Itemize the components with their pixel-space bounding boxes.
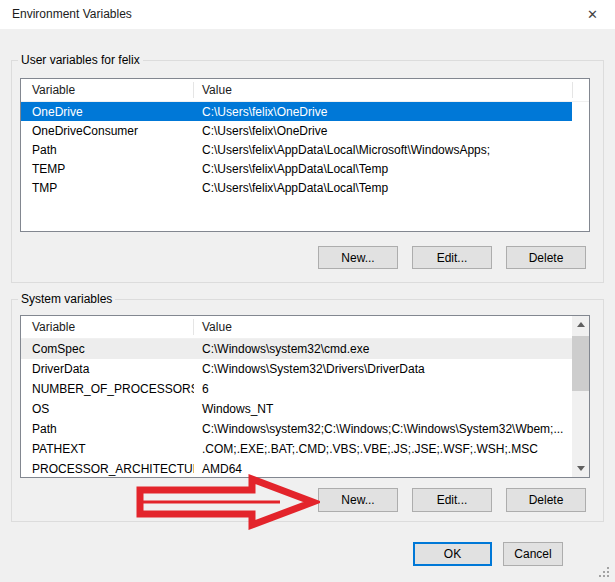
close-icon: ✕ <box>587 7 598 22</box>
window-title: Environment Variables <box>12 7 132 21</box>
table-row[interactable]: NUMBER_OF_PROCESSORS 6 <box>21 379 572 399</box>
system-new-button[interactable]: New... <box>318 488 398 512</box>
value-cell: C:\Users\felix\AppData\Local\Microsoft\W… <box>194 143 572 157</box>
ok-button[interactable]: OK <box>413 542 492 566</box>
system-table-header: Variable Value <box>21 316 589 339</box>
red-arrow-annotation-icon <box>130 472 320 534</box>
variable-cell: ComSpec <box>21 342 194 356</box>
variable-cell: OneDrive <box>21 105 194 119</box>
variable-cell: Path <box>21 143 194 157</box>
system-edit-button[interactable]: Edit... <box>412 488 492 512</box>
value-cell: C:\Users\felix\AppData\Local\Temp <box>194 162 572 176</box>
variable-cell: DriverData <box>21 362 194 376</box>
value-cell: C:\Users\felix\OneDrive <box>194 105 572 119</box>
table-row[interactable]: OneDriveConsumer C:\Users\felix\OneDrive <box>21 121 572 140</box>
table-row[interactable]: ComSpec C:\Windows\system32\cmd.exe <box>21 339 572 359</box>
user-edit-button[interactable]: Edit... <box>412 246 492 269</box>
triangle-down-icon <box>577 466 585 471</box>
variable-cell: NUMBER_OF_PROCESSORS <box>21 382 194 396</box>
value-cell: 6 <box>194 382 572 396</box>
close-button[interactable]: ✕ <box>570 0 615 29</box>
scroll-up-button[interactable] <box>572 316 589 333</box>
table-row[interactable]: DriverData C:\Windows\System32\Drivers\D… <box>21 359 572 379</box>
user-delete-button[interactable]: Delete <box>506 246 586 269</box>
variable-cell: TMP <box>21 181 194 195</box>
variable-cell: TEMP <box>21 162 194 176</box>
variable-cell: Path <box>21 422 194 436</box>
user-table-header: Variable Value <box>21 79 589 102</box>
user-variables-label: User variables for felix <box>18 53 143 67</box>
system-table-rows: ComSpec C:\Windows\system32\cmd.exe Driv… <box>21 339 589 477</box>
value-cell: C:\Windows\System32\Drivers\DriverData <box>194 362 572 376</box>
user-table-rows: OneDrive C:\Users\felix\OneDrive OneDriv… <box>21 102 589 231</box>
value-cell: Windows_NT <box>194 402 572 416</box>
cancel-button[interactable]: Cancel <box>503 542 563 566</box>
table-row[interactable]: Path C:\Users\felix\AppData\Local\Micros… <box>21 140 572 159</box>
resize-grip[interactable] <box>597 565 610 578</box>
variable-cell: OS <box>21 402 194 416</box>
system-variables-table[interactable]: Variable Value ComSpec C:\Windows\system… <box>20 315 590 478</box>
value-cell: C:\Windows\system32\cmd.exe <box>194 342 572 356</box>
vertical-scrollbar[interactable] <box>572 316 589 477</box>
system-variables-label: System variables <box>18 292 115 306</box>
system-delete-button[interactable]: Delete <box>506 488 586 512</box>
value-cell: C:\Windows\system32;C:\Windows;C:\Window… <box>194 422 572 436</box>
title-bar: Environment Variables ✕ <box>0 0 615 29</box>
table-row[interactable]: Path C:\Windows\system32;C:\Windows;C:\W… <box>21 419 572 439</box>
value-cell: .COM;.EXE;.BAT;.CMD;.VBS;.VBE;.JS;.JSE;.… <box>194 442 572 456</box>
column-separator[interactable] <box>572 82 573 98</box>
scrollbar-thumb[interactable] <box>572 336 589 391</box>
table-row[interactable]: OneDrive C:\Users\felix\OneDrive <box>21 102 572 121</box>
variable-cell: PATHEXT <box>21 442 194 456</box>
value-cell: C:\Users\felix\OneDrive <box>194 124 572 138</box>
triangle-up-icon <box>577 322 585 327</box>
column-header-value[interactable]: Value <box>202 320 232 334</box>
scroll-down-button[interactable] <box>572 460 589 477</box>
column-separator[interactable] <box>193 319 194 335</box>
table-row[interactable]: OS Windows_NT <box>21 399 572 419</box>
column-header-variable[interactable]: Variable <box>32 320 75 334</box>
user-variables-table[interactable]: Variable Value OneDrive C:\Users\felix\O… <box>20 78 590 232</box>
value-cell: C:\Users\felix\AppData\Local\Temp <box>194 181 572 195</box>
table-row[interactable]: PATHEXT .COM;.EXE;.BAT;.CMD;.VBS;.VBE;.J… <box>21 439 572 459</box>
column-separator[interactable] <box>193 82 194 98</box>
table-row[interactable]: TMP C:\Users\felix\AppData\Local\Temp <box>21 178 572 197</box>
user-new-button[interactable]: New... <box>318 246 398 269</box>
table-row[interactable]: TEMP C:\Users\felix\AppData\Local\Temp <box>21 159 572 178</box>
column-header-variable[interactable]: Variable <box>32 83 75 97</box>
variable-cell: OneDriveConsumer <box>21 124 194 138</box>
column-header-value[interactable]: Value <box>202 83 232 97</box>
